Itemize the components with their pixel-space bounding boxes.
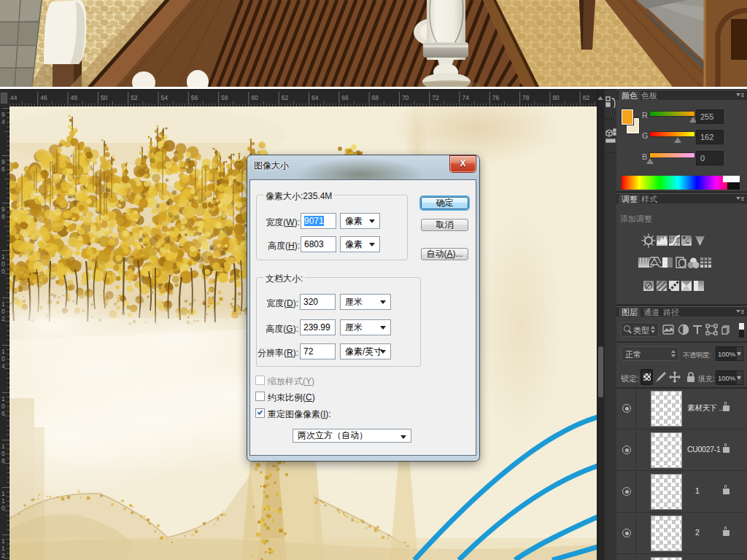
svg-text:1: 1 [1, 348, 5, 355]
svg-text:9: 9 [1, 111, 5, 118]
svg-text:76: 76 [492, 94, 500, 101]
svg-text:9: 9 [1, 158, 5, 166]
svg-text:0: 0 [1, 505, 5, 512]
svg-text:1: 1 [1, 253, 5, 260]
svg-text:2: 2 [1, 552, 5, 559]
svg-text:4: 4 [1, 362, 5, 370]
svg-text:9: 9 [1, 206, 5, 213]
svg-text:50: 50 [101, 94, 108, 101]
svg-text:80: 80 [552, 94, 560, 101]
svg-text:82: 82 [583, 94, 590, 101]
svg-text:1: 1 [1, 443, 5, 450]
svg-text:2: 2 [1, 315, 5, 322]
svg-text:6: 6 [1, 410, 5, 417]
svg-text:8: 8 [1, 213, 5, 220]
svg-text:0: 0 [1, 402, 5, 410]
svg-text:56: 56 [191, 94, 198, 101]
svg-text:70: 70 [402, 94, 409, 101]
svg-text:44: 44 [10, 94, 18, 101]
svg-text:1: 1 [1, 490, 5, 497]
svg-text:54: 54 [161, 94, 169, 101]
svg-text:64: 64 [311, 94, 319, 101]
svg-text:78: 78 [522, 94, 530, 101]
svg-text:0: 0 [1, 260, 5, 268]
svg-text:1: 1 [1, 395, 5, 402]
svg-text:8: 8 [1, 457, 5, 464]
svg-text:72: 72 [432, 94, 439, 101]
svg-text:1: 1 [1, 497, 5, 505]
svg-text:4: 4 [1, 118, 5, 125]
svg-text:0: 0 [1, 268, 5, 275]
svg-text:0: 0 [1, 355, 5, 362]
svg-text:0: 0 [1, 450, 5, 457]
svg-text:0: 0 [1, 308, 5, 315]
svg-text:52: 52 [131, 94, 138, 101]
svg-text:1: 1 [1, 545, 5, 552]
svg-text:6: 6 [1, 166, 5, 173]
svg-text:46: 46 [40, 94, 47, 101]
svg-text:48: 48 [71, 94, 78, 101]
svg-text:1: 1 [1, 300, 5, 308]
svg-text:1: 1 [1, 537, 5, 545]
svg-text:66: 66 [341, 94, 349, 101]
svg-text:74: 74 [462, 94, 470, 101]
svg-text:60: 60 [251, 94, 258, 101]
svg-text:62: 62 [282, 94, 289, 101]
svg-text:68: 68 [372, 94, 379, 101]
svg-text:58: 58 [221, 94, 228, 101]
